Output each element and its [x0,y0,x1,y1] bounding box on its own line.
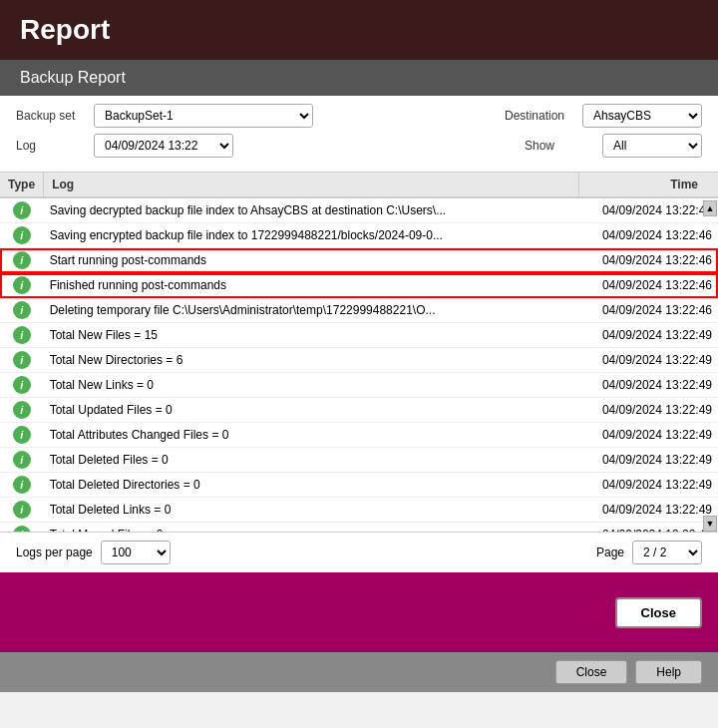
time-cell: 04/09/2024 13:22:49 [578,323,718,348]
page-select[interactable]: 2 / 2 [632,541,702,564]
time-cell: 04/09/2024 13:22:46 [578,298,718,323]
type-cell: i [0,223,44,248]
table-row: iFinished running post-commands04/09/202… [0,273,718,298]
type-cell: i [0,423,44,448]
log-select[interactable]: 04/09/2024 13:22 [94,134,233,158]
info-icon: i [13,401,31,419]
header-bar: Report [0,0,718,60]
log-cell: Total Deleted Files = 0 [44,448,578,473]
help-footer-button[interactable]: Help [635,660,702,684]
col-log: Log [44,173,578,197]
info-icon: i [13,376,31,394]
controls-row-2: Log 04/09/2024 13:22 Show All [16,134,702,158]
type-cell: i [0,197,44,223]
table-header-row: Type Log Time [0,173,718,197]
time-cell: 04/09/2024 13:22:46 [578,223,718,248]
type-cell: i [0,323,44,348]
log-label: Log [16,139,86,153]
logs-per-page-select[interactable]: 100 [101,541,171,564]
col-time: Time [578,173,718,197]
table-row: iTotal New Links = 004/09/2024 13:22:49 [0,373,718,398]
destination-select[interactable]: AhsayCBS [582,104,702,128]
time-cell: 04/09/2024 13:22:49 [578,448,718,473]
log-cell: Start running post-commands [44,248,578,273]
info-icon: i [13,201,31,219]
info-icon: i [13,326,31,344]
sub-header: Backup Report [0,60,718,96]
type-cell: i [0,298,44,323]
log-table: Type Log Time iSaving decrypted backup f… [0,173,718,532]
log-cell: Total Deleted Links = 0 [44,498,578,523]
info-icon: i [13,301,31,319]
backup-set-label: Backup set [16,109,86,123]
info-icon: i [13,451,31,469]
scroll-up-btn[interactable]: ▲ [703,200,717,216]
show-label: Show [525,139,594,153]
type-cell: i [0,473,44,498]
close-main-button[interactable]: Close [615,597,702,628]
table-row: iDeleting temporary file C:\Users\Admini… [0,298,718,323]
info-icon: i [13,526,31,532]
page-label: Page [596,546,624,559]
log-cell: Finished running post-commands [44,273,578,298]
backup-set-select[interactable]: BackupSet-1 [94,104,313,128]
table-row: iSaving encrypted backup file index to 1… [0,223,718,248]
time-cell: 04/09/2024 13:22:49 [578,498,718,523]
table-row: iTotal Deleted Directories = 004/09/2024… [0,473,718,498]
log-cell: Saving encrypted backup file index to 17… [44,223,578,248]
info-icon: i [13,226,31,244]
info-icon: i [13,351,31,369]
page-title: Report [20,14,110,46]
time-cell: 04/09/2024 13:22:45 [578,197,718,223]
log-table-container: Type Log Time iSaving decrypted backup f… [0,173,718,532]
time-cell: 04/09/2024 13:22:49 [578,373,718,398]
scroll-down-btn[interactable]: ▼ [703,516,717,532]
controls-right-1: Destination AhsayCBS [505,104,702,128]
time-cell: 04/09/2024 13:22:49 [578,523,718,533]
log-cell: Saving decrypted backup file index to Ah… [44,197,578,223]
show-select[interactable]: All [602,134,702,158]
table-row: iTotal Attributes Changed Files = 004/09… [0,423,718,448]
type-cell: i [0,523,44,533]
log-cell: Total Attributes Changed Files = 0 [44,423,578,448]
footer-right: Page 2 / 2 [596,541,702,564]
logs-per-page-label: Logs per page [16,546,93,559]
col-type: Type [0,173,44,197]
type-cell: i [0,448,44,473]
type-cell: i [0,248,44,273]
type-cell: i [0,273,44,298]
table-row: iTotal New Directories = 604/09/2024 13:… [0,348,718,373]
bottom-footer: Close Help [0,652,718,692]
log-cell: Total Updated Files = 0 [44,398,578,423]
log-cell: Total New Directories = 6 [44,348,578,373]
type-cell: i [0,398,44,423]
table-row: iTotal Updated Files = 004/09/2024 13:22… [0,398,718,423]
time-cell: 04/09/2024 13:22:49 [578,348,718,373]
footer-controls: Logs per page 100 Page 2 / 2 [0,532,718,572]
log-cell: Deleting temporary file C:\Users\Adminis… [44,298,578,323]
info-icon: i [13,251,31,269]
table-row: iSaving decrypted backup file index to A… [0,197,718,223]
time-cell: 04/09/2024 13:22:46 [578,273,718,298]
type-cell: i [0,373,44,398]
controls-row-1: Backup set BackupSet-1 Destination Ahsay… [16,104,702,128]
footer-left: Logs per page 100 [16,541,171,564]
bottom-bar: Close [0,572,718,652]
sub-header-title: Backup Report [20,69,126,87]
controls-right-2: Show All [525,134,702,158]
info-icon: i [13,276,31,294]
close-footer-button[interactable]: Close [555,660,628,684]
destination-label: Destination [505,109,574,123]
table-row: iTotal Moved Files = 004/09/2024 13:22:4… [0,523,718,533]
log-cell: Total Moved Files = 0 [44,523,578,533]
log-cell: Total Deleted Directories = 0 [44,473,578,498]
log-cell: Total New Links = 0 [44,373,578,398]
log-cell: Total New Files = 15 [44,323,578,348]
info-icon: i [13,501,31,519]
controls-section: Backup set BackupSet-1 Destination Ahsay… [0,96,718,173]
table-row: iTotal Deleted Files = 004/09/2024 13:22… [0,448,718,473]
info-icon: i [13,476,31,494]
table-row: iTotal Deleted Links = 004/09/2024 13:22… [0,498,718,523]
type-cell: i [0,498,44,523]
table-row: iStart running post-commands04/09/2024 1… [0,248,718,273]
